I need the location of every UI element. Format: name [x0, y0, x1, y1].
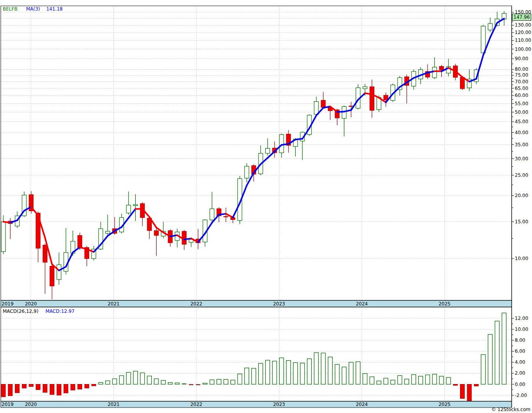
svg-text:12.00: 12.00 — [515, 316, 528, 321]
macd-params-label: MACD(26,12,9) — [3, 309, 38, 314]
svg-text:90.00: 90.00 — [515, 56, 528, 61]
svg-text:2019: 2019 — [2, 301, 14, 307]
svg-text:60.00: 60.00 — [515, 93, 528, 98]
ma-label: MA(3) — [26, 6, 40, 12]
svg-text:2022: 2022 — [191, 402, 203, 407]
svg-text:10.00: 10.00 — [515, 327, 528, 332]
price-legend: BELFBMA(3)141.18 — [3, 6, 63, 12]
symbol-label: BELFB — [3, 6, 18, 12]
svg-text:2020: 2020 — [25, 301, 37, 307]
svg-text:75.00: 75.00 — [515, 72, 528, 78]
svg-text:2023: 2023 — [273, 301, 285, 307]
svg-text:8.00: 8.00 — [515, 338, 525, 343]
svg-text:10.00: 10.00 — [515, 256, 528, 261]
svg-text:120.00: 120.00 — [515, 30, 531, 35]
svg-text:2.00: 2.00 — [515, 370, 525, 376]
copyright-link[interactable]: © 12Stocks.com — [491, 407, 530, 412]
svg-text:-2.00: -2.00 — [515, 393, 527, 398]
svg-text:6.00: 6.00 — [515, 348, 525, 354]
svg-text:0.00: 0.00 — [515, 382, 525, 387]
macd-legend: MACD(26,12,9)MACD:12.97 — [3, 309, 75, 314]
last-price-badge: 147.96 — [512, 14, 531, 21]
svg-text:2023: 2023 — [273, 402, 285, 407]
price-and-macd-chart: 2019202020212022202320242025201920202021… — [0, 0, 532, 413]
chart-background — [0, 0, 532, 413]
macd-value-label: MACD:12.97 — [45, 309, 74, 314]
svg-text:2024: 2024 — [356, 402, 368, 407]
svg-text:20.00: 20.00 — [515, 193, 528, 198]
svg-text:70.00: 70.00 — [515, 79, 528, 84]
stock-chart-page: (BELFB) 20192020202120222023202420252019… — [0, 0, 532, 413]
svg-text:55.00: 55.00 — [515, 101, 528, 106]
svg-text:80.00: 80.00 — [515, 66, 528, 72]
bottom-year-band: 2019202020212022202320242025 — [1, 401, 512, 408]
svg-text:2022: 2022 — [191, 301, 203, 307]
svg-text:2020: 2020 — [25, 402, 37, 407]
svg-text:65.00: 65.00 — [515, 86, 528, 91]
top-year-band: 2019202020212022202320242025 — [1, 300, 512, 307]
svg-text:40.00: 40.00 — [515, 130, 528, 135]
svg-text:2021: 2021 — [108, 301, 120, 307]
svg-text:25.00: 25.00 — [515, 172, 528, 178]
svg-text:4.00: 4.00 — [515, 359, 525, 365]
svg-text:2021: 2021 — [108, 402, 120, 407]
svg-text:100.00: 100.00 — [515, 47, 531, 52]
svg-text:110.00: 110.00 — [515, 38, 531, 43]
svg-text:45.00: 45.00 — [515, 119, 528, 124]
svg-text:2025: 2025 — [439, 301, 451, 307]
svg-text:15.00: 15.00 — [515, 219, 528, 224]
ma-value: 141.18 — [46, 6, 63, 12]
svg-text:2019: 2019 — [2, 402, 14, 407]
svg-text:2025: 2025 — [439, 402, 451, 407]
svg-text:30.00: 30.00 — [515, 156, 528, 162]
svg-text:2024: 2024 — [356, 301, 368, 307]
svg-text:50.00: 50.00 — [515, 110, 528, 115]
svg-text:35.00: 35.00 — [515, 142, 528, 147]
svg-text:130.00: 130.00 — [515, 22, 531, 28]
